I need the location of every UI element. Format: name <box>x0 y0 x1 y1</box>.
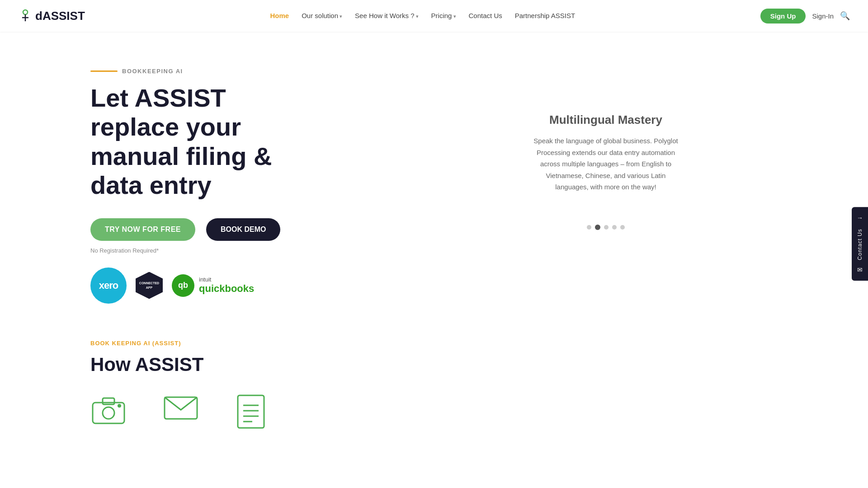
nav-menu: Home Our solution See How it Works ? Pri… <box>270 12 575 20</box>
svg-rect-8 <box>238 395 264 428</box>
bottom-section: BOOK KEEPING AI (ASSIST) How ASSIST <box>0 322 868 439</box>
signup-button[interactable]: Sign Up <box>760 9 806 23</box>
hero-buttons: TRY NOW FOR FREE BOOK DEMO <box>90 218 371 241</box>
hero-section: BOOKKEEPING AI Let ASSIST replace your m… <box>0 32 868 322</box>
bottom-title: How ASSIST <box>90 354 778 375</box>
hero-left: BOOKKEEPING AI Let ASSIST replace your m… <box>90 68 371 304</box>
nav-home[interactable]: Home <box>270 12 289 20</box>
camera-icon <box>90 394 127 425</box>
envelope-icon-item <box>163 394 199 421</box>
carousel-desc: Speak the language of global business. P… <box>529 135 683 193</box>
nav-contact[interactable]: Contact Us <box>469 12 502 20</box>
carousel-dots <box>587 225 625 230</box>
qb-icon: qb <box>172 274 194 297</box>
logo[interactable]: dASSIST <box>18 9 85 23</box>
svg-rect-4 <box>103 398 114 404</box>
carousel-dot-1[interactable] <box>587 225 591 230</box>
hero-tag-decoration <box>90 70 118 72</box>
try-now-button[interactable]: TRY NOW FOR FREE <box>90 218 195 241</box>
nav-partnership[interactable]: Partnership ASSIST <box>515 12 575 20</box>
navbar: dASSIST Home Our solution See How it Wor… <box>0 0 868 32</box>
carousel-dot-2[interactable] <box>595 225 600 230</box>
svg-point-0 <box>23 10 28 14</box>
carousel-dot-3[interactable] <box>604 225 609 230</box>
svg-point-5 <box>103 407 114 419</box>
floating-contact-label: Contact Us <box>857 229 863 260</box>
document-icon <box>235 394 267 430</box>
floating-mail-icon: ✉ <box>857 267 863 274</box>
camera-icon-item <box>90 394 127 425</box>
partner-logos: xero CONNECTEDAPP qb intuit quickbooks <box>90 267 371 304</box>
floating-arrow-icon: → <box>857 214 863 221</box>
signin-button[interactable]: Sign-In <box>812 12 834 20</box>
nav-pricing[interactable]: Pricing <box>431 12 456 20</box>
search-icon: 🔍 <box>840 11 850 20</box>
carousel-card: Multilingual Mastery Speak the language … <box>520 95 692 211</box>
nav-how-works[interactable]: See How it Works ? <box>355 12 419 20</box>
navbar-actions: Sign Up Sign-In 🔍 <box>760 9 850 23</box>
search-button[interactable]: 🔍 <box>840 11 850 21</box>
hero-tag: BOOKKEEPING AI <box>90 68 371 75</box>
connected-app-badge: CONNECTEDAPP <box>136 272 163 299</box>
document-icon-item <box>235 394 267 430</box>
logo-text: dASSIST <box>35 9 85 23</box>
no-registration-text: No Registration Required* <box>90 247 371 254</box>
logo-icon <box>18 9 33 23</box>
bottom-icons <box>90 394 778 430</box>
envelope-icon <box>163 394 199 421</box>
qb-text: intuit quickbooks <box>199 276 254 295</box>
hero-tag-text: BOOKKEEPING AI <box>122 68 183 75</box>
carousel-title: Multilingual Mastery <box>529 113 683 127</box>
xero-logo: xero <box>90 267 127 304</box>
nav-solution[interactable]: Our solution <box>302 12 342 20</box>
carousel-dot-4[interactable] <box>612 225 617 230</box>
hero-carousel: Multilingual Mastery Speak the language … <box>398 68 814 230</box>
floating-contact-widget[interactable]: → Contact Us ✉ <box>852 207 868 281</box>
book-demo-button[interactable]: BOOK DEMO <box>206 218 280 241</box>
quickbooks-logo: qb intuit quickbooks <box>172 274 254 297</box>
carousel-dot-5[interactable] <box>620 225 625 230</box>
svg-point-6 <box>118 404 121 408</box>
bottom-tag: BOOK KEEPING AI (ASSIST) <box>90 340 778 347</box>
hero-title: Let ASSIST replace your manual filing & … <box>90 84 371 200</box>
